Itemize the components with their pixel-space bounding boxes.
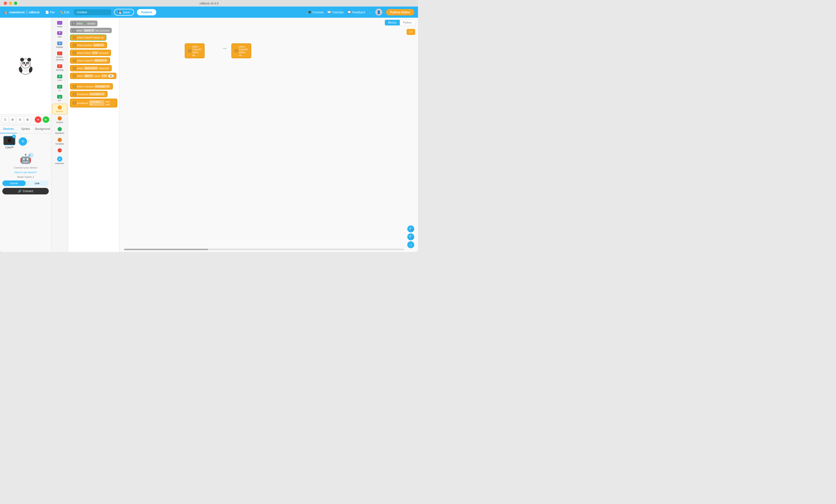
block-when-cyberpi-starts-list[interactable]: ⊡ when CyberPi starts up	[70, 35, 117, 41]
joystick-dropdown[interactable]: pulled ▼	[93, 44, 104, 46]
feedback-nav[interactable]: 💬 Feedback	[347, 11, 365, 14]
block-icon-broadcast: ⊡	[73, 93, 76, 96]
upload-mode-button[interactable]: Upload	[2, 180, 26, 186]
tab-blocks[interactable]: Blocks	[385, 20, 400, 25]
iot-label: IoT	[58, 99, 61, 102]
grid-view-3-button[interactable]: ⊟	[17, 116, 23, 123]
more-nav[interactable]: ...	[369, 11, 372, 14]
sensing-label: Sensing	[56, 69, 63, 71]
block-text-when2: when	[77, 29, 82, 32]
broadcast-dropdown[interactable]: message1 ▼	[89, 93, 105, 96]
block-text-cyberpi-starts: when CyberPi starts up	[77, 36, 103, 39]
tab-python[interactable]: Python	[400, 20, 415, 25]
tutorials-icon: 📖	[327, 11, 331, 14]
edit-menu[interactable]: ✏️ Edit	[58, 9, 71, 15]
svg-point-2	[20, 58, 24, 61]
block-text-receive: when I receive	[77, 85, 94, 88]
category-led[interactable]: 💡 LED	[52, 30, 67, 40]
category-audio[interactable]: ♪ Audio	[52, 20, 67, 30]
workspace-scrollbar-thumb	[124, 249, 208, 250]
zoom-in-button[interactable]: 🔍	[407, 226, 414, 232]
workspace-block-text: when CyberPi starts up	[192, 45, 201, 56]
stop-button[interactable]: ■	[35, 116, 41, 123]
file-menu[interactable]: 📄 File	[43, 9, 57, 15]
button-dropdown[interactable]: A ▼	[92, 51, 98, 54]
close-button[interactable]	[4, 2, 7, 5]
comparator-dropdown[interactable]: > ▼	[101, 74, 108, 77]
publish-button[interactable]: Publish	[137, 9, 156, 15]
avatar[interactable]: 👤	[375, 8, 382, 16]
light-dropdown[interactable]: light ▼	[84, 74, 93, 77]
svg-point-8	[23, 63, 24, 63]
events-icon	[58, 105, 62, 110]
project-name-input[interactable]	[74, 9, 111, 15]
mode-switch-label: Mode Switch ℹ	[17, 176, 34, 178]
iot-icon: ☁	[57, 95, 62, 99]
device-label: CyberPi	[5, 146, 14, 149]
expand-view-button[interactable]: ⊡	[2, 116, 8, 123]
how-to-use-link[interactable]: How to use device?	[15, 171, 37, 174]
category-ai[interactable]: 🤖 AI	[52, 83, 67, 93]
zoom-out-icon: 🔍	[409, 235, 413, 239]
block-broadcast-wait[interactable]: ⊡ broadcast message1 ▼ and wait	[70, 99, 117, 108]
zoom-reset-button[interactable]: ○	[407, 241, 414, 248]
svg-point-14	[21, 63, 23, 65]
tilt-dropdown[interactable]: tilted left ▼	[94, 59, 107, 62]
category-control[interactable]: Control	[52, 115, 67, 125]
grid-view-2-button[interactable]: ⊞	[10, 116, 16, 123]
category-motion-sensing[interactable]: ↗ MotionSensing	[52, 50, 67, 62]
broadcast-wait-dropdown[interactable]: message1 ▼	[89, 100, 104, 106]
block-when-light-value[interactable]: ⊡ when light ▼ value > ▼ 50	[70, 73, 117, 79]
fullscreen-button[interactable]	[14, 2, 17, 5]
zoom-out-button[interactable]: 🔍	[407, 233, 414, 240]
device-remove-button[interactable]: ✕	[12, 135, 16, 138]
category-display[interactable]: 🖥 Display	[52, 40, 67, 50]
python-editor-button[interactable]: Python Editor	[386, 9, 414, 15]
code-icon[interactable]: </>	[406, 29, 415, 35]
message-receive-dropdown[interactable]: message1 ▼	[94, 85, 110, 88]
add-device-button[interactable]: +	[19, 137, 27, 146]
block-icon-joystick: ⊡	[73, 44, 76, 46]
tab-background[interactable]: Background	[34, 125, 51, 133]
logo-text: makeblock	[9, 11, 25, 14]
block-when-receive[interactable]: ⊡ when I receive message1 ▼	[70, 83, 117, 90]
app-wrapper: 🤖 makeblock | mBlock 📄 File ✏️ Edit 💾 Sa…	[0, 6, 418, 252]
category-variables[interactable]: Variables	[52, 136, 67, 147]
block-icon-wave: ⊡	[73, 67, 76, 70]
courses-nav[interactable]: 🎓 Courses	[308, 11, 324, 14]
workspace-scrollbar[interactable]	[124, 249, 404, 250]
category-my-blocks[interactable]	[52, 147, 67, 155]
play-button[interactable]: ▶	[43, 116, 49, 123]
live-mode-button[interactable]: Live	[26, 180, 49, 186]
category-extension[interactable]: + extension	[52, 155, 67, 166]
minimize-button[interactable]	[9, 2, 12, 5]
category-lan[interactable]: 📡 LAN	[52, 73, 67, 83]
block-text-value: value	[94, 75, 100, 77]
block-when-joystick-pulled[interactable]: ⊡ when joystick pulled ▼	[70, 42, 117, 48]
block-when-clicked[interactable]: ⚙ when ⚑ true clicked	[70, 20, 117, 26]
info-icon: ℹ	[33, 176, 34, 178]
save-button[interactable]: 💾 Save	[114, 9, 134, 16]
block-broadcast[interactable]: ⊡ broadcast message1 ▼	[70, 91, 117, 97]
tab-devices[interactable]: Devices	[0, 125, 17, 133]
connect-button[interactable]: 🔗 Connect	[2, 188, 49, 194]
control-icon	[58, 116, 62, 120]
tutorials-nav[interactable]: 📖 Tutorials	[327, 11, 343, 14]
block-when-button-pressed[interactable]: ⊡ when button A ▼ pressed	[70, 50, 117, 56]
tab-sprites[interactable]: Sprites	[17, 125, 34, 133]
block-when-wave-detected[interactable]: ⊡ when wave left ▼ detected	[70, 65, 117, 71]
block-when-key-pressed[interactable]: ⚙ when space ▼ key pressed	[70, 28, 117, 33]
category-iot[interactable]: ☁ IoT	[52, 94, 67, 103]
toolbar-nav: 📄 File ✏️ Edit	[43, 9, 71, 15]
wave-dropdown[interactable]: wave left ▼	[84, 67, 98, 70]
logo-icon: 🤖	[4, 10, 8, 14]
category-sensing[interactable]: 👁 Sensing	[52, 63, 67, 73]
block-when-cyberpi-tilted[interactable]: ⊡ when CyberPi tilted left ▼	[70, 57, 117, 64]
light-value[interactable]: 50	[108, 74, 114, 77]
category-operators[interactable]: Operators	[52, 125, 67, 136]
space-dropdown[interactable]: space ▼	[83, 29, 94, 32]
block-text-key-pressed: key pressed	[96, 29, 109, 32]
workspace-block-icon: ⊡	[188, 50, 191, 52]
category-events[interactable]: Events	[52, 104, 67, 114]
grid-view-4-button[interactable]: ⊠	[24, 116, 31, 123]
